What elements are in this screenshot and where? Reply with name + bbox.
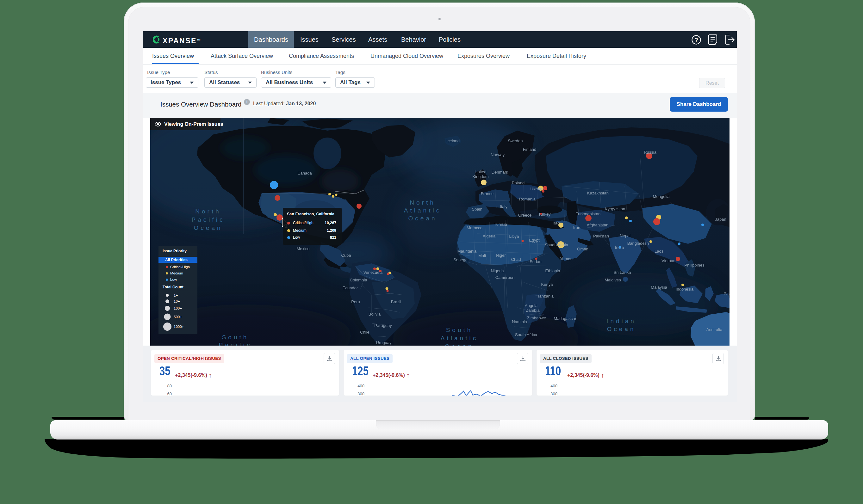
- svg-text:?: ?: [695, 37, 698, 43]
